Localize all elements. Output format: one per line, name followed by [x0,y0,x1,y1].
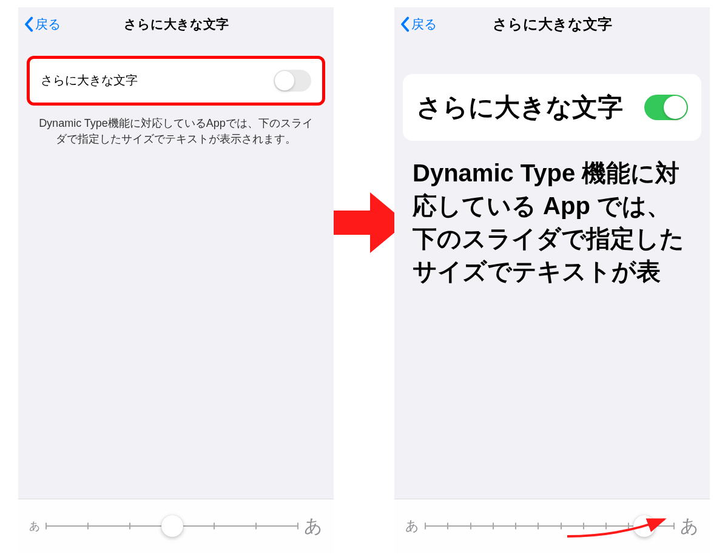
screen-right: 戻る さらに大きな文字 さらに大きな文字 Dynamic Type 機能に対応し… [394,7,710,553]
back-label: 戻る [35,16,61,33]
text-size-slider-bar: あ あ [394,499,710,553]
slider-min-char: あ [405,517,419,535]
description-text: Dynamic Type 機能に対応している App では、下のスライダで指定し… [403,141,701,303]
larger-text-label: さらに大きな文字 [41,72,138,89]
slider-tick [129,523,130,530]
navbar: 戻る さらに大きな文字 [18,7,334,41]
back-button[interactable]: 戻る [399,16,437,33]
back-button[interactable]: 戻る [23,16,61,33]
text-size-slider-bar: あ あ [18,499,334,553]
slider-tick [515,523,516,530]
larger-text-toggle[interactable] [644,95,688,120]
slider-tick [470,523,471,530]
slider-max-char: あ [304,514,323,539]
slider-tick [87,523,89,530]
page-title: さらに大きな文字 [493,15,612,34]
slider-max-char: あ [680,514,699,539]
larger-text-row[interactable]: さらに大きな文字 [27,56,325,106]
text-size-slider[interactable] [46,515,298,537]
slider-min-char: あ [29,519,40,533]
back-label: 戻る [411,16,437,33]
slider-tick [673,523,675,530]
content-area: さらに大きな文字 Dynamic Type 機能に対応している App では、下… [394,41,710,553]
slider-tick [538,523,539,530]
larger-text-toggle[interactable] [274,70,311,92]
screen-left: 戻る さらに大きな文字 さらに大きな文字 Dynamic Type機能に対応して… [18,7,334,553]
toggle-knob [275,71,294,90]
slider-thumb[interactable] [161,515,183,537]
slider-tick [214,523,215,530]
slider-tick [46,523,47,530]
chevron-left-icon [399,16,410,32]
larger-text-row[interactable]: さらに大きな文字 [403,74,701,141]
slider-tick [561,523,562,530]
content-area: さらに大きな文字 Dynamic Type機能に対応しているAppでは、下のスラ… [18,41,334,553]
navbar: 戻る さらに大きな文字 [394,7,710,41]
description-text: Dynamic Type機能に対応しているAppでは、下のスライダで指定したサイ… [27,106,325,157]
toggle-knob [664,96,687,119]
slider-tick [297,523,298,530]
page-title: さらに大きな文字 [124,16,229,33]
slider-tick [493,523,494,530]
chevron-left-icon [23,16,34,32]
slider-tick [255,523,257,530]
slider-tick [447,523,448,530]
larger-text-label: さらに大きな文字 [416,91,644,124]
slider-tick [425,523,426,530]
arrow-indicator-icon [564,512,673,542]
